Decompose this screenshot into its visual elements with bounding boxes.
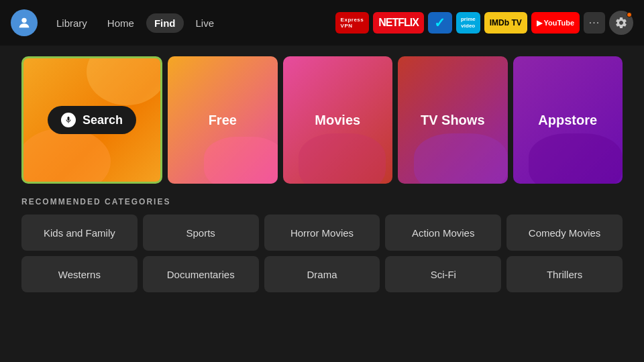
search-pill[interactable]: Search xyxy=(48,106,136,134)
category-thrillers[interactable]: Thrillers xyxy=(506,256,623,292)
nav-find[interactable]: Find xyxy=(146,13,184,33)
category-sports[interactable]: Sports xyxy=(143,215,259,251)
svg-point-0 xyxy=(21,18,26,23)
app-expressvpn[interactable]: ExpressVPN xyxy=(335,12,370,34)
tile-movies-label: Movies xyxy=(315,113,360,128)
main-content: Search Free Movies TV Shows Appstore REC… xyxy=(0,46,644,303)
search-label: Search xyxy=(83,113,123,127)
app-freevee[interactable]: ✓ xyxy=(428,12,452,34)
category-row-1: Kids and Family Sports Horror Movies Act… xyxy=(21,215,623,251)
category-kids-family[interactable]: Kids and Family xyxy=(21,215,138,251)
app-youtube[interactable]: ▶ YouTube xyxy=(531,12,580,34)
nav-live[interactable]: Live xyxy=(188,13,223,33)
tile-free-label: Free xyxy=(209,113,237,128)
tiles-row: Search Free Movies TV Shows Appstore xyxy=(21,56,623,184)
top-nav: Library Home Find Live ExpressVPN NETFLI… xyxy=(0,0,644,46)
category-horror-movies[interactable]: Horror Movies xyxy=(264,215,380,251)
category-grid: Kids and Family Sports Horror Movies Act… xyxy=(21,215,623,292)
app-netflix[interactable]: NETFLIX xyxy=(373,12,424,34)
tile-free[interactable]: Free xyxy=(168,56,278,184)
category-comedy-movies[interactable]: Comedy Movies xyxy=(506,215,623,251)
tile-search[interactable]: Search xyxy=(21,56,162,184)
app-icons: ExpressVPN NETFLIX ✓ primevideo IMDb TV … xyxy=(335,11,633,35)
tile-appstore-label: Appstore xyxy=(538,113,597,128)
tile-tvshows-label: TV Shows xyxy=(421,113,485,128)
avatar[interactable] xyxy=(11,9,38,36)
app-imdb[interactable]: IMDb TV xyxy=(484,12,527,34)
category-row-2: Westerns Documentaries Drama Sci-Fi Thri… xyxy=(21,256,623,292)
tile-tvshows[interactable]: TV Shows xyxy=(398,56,508,184)
mic-icon xyxy=(61,113,76,127)
recommended-title: RECOMMENDED CATEGORIES xyxy=(21,197,623,206)
nav-home[interactable]: Home xyxy=(99,13,142,33)
nav-library[interactable]: Library xyxy=(48,13,95,33)
app-prime[interactable]: primevideo xyxy=(456,12,480,34)
tile-movies[interactable]: Movies xyxy=(283,56,393,184)
settings-notification-dot xyxy=(627,12,632,17)
settings-button[interactable] xyxy=(609,11,633,35)
category-westerns[interactable]: Westerns xyxy=(21,256,138,292)
category-documentaries[interactable]: Documentaries xyxy=(143,256,259,292)
more-apps-button[interactable]: ··· xyxy=(584,12,605,34)
tile-appstore[interactable]: Appstore xyxy=(513,56,623,184)
nav-links: Library Home Find Live xyxy=(48,13,222,33)
category-action-movies[interactable]: Action Movies xyxy=(385,215,501,251)
category-drama[interactable]: Drama xyxy=(264,256,380,292)
category-sci-fi[interactable]: Sci-Fi xyxy=(385,256,501,292)
